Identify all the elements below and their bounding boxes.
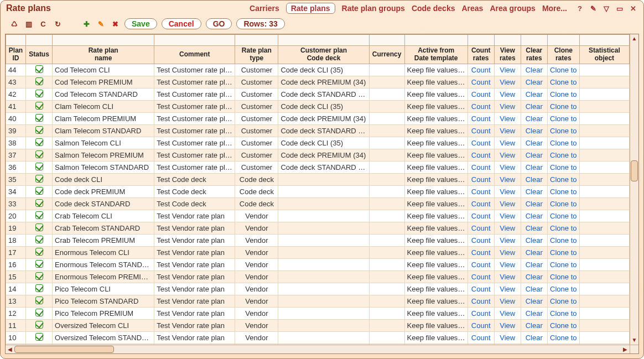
status-check-icon[interactable] bbox=[35, 309, 43, 316]
clone-link[interactable]: Clone to bbox=[550, 334, 577, 342]
col-header-status[interactable]: Status bbox=[26, 46, 53, 64]
view-link[interactable]: View bbox=[500, 273, 515, 281]
cell-status[interactable] bbox=[26, 210, 53, 222]
status-check-icon[interactable] bbox=[35, 175, 43, 183]
status-check-icon[interactable] bbox=[35, 272, 43, 280]
view-link[interactable]: View bbox=[500, 90, 515, 98]
table-row[interactable]: 33Code deck STANDARDTest Code deckCode d… bbox=[6, 197, 630, 210]
view-link[interactable]: View bbox=[500, 248, 515, 257]
clone-link[interactable]: Clone to bbox=[550, 321, 577, 330]
status-check-icon[interactable] bbox=[35, 248, 43, 256]
cell-status[interactable] bbox=[26, 173, 53, 185]
col-header-active[interactable]: Active fromDate template bbox=[404, 46, 468, 64]
table-row[interactable]: 20Crab Telecom CLITest Vendor rate planV… bbox=[6, 210, 630, 222]
table-row[interactable]: 39Clam Telecom STANDARDTest Customer rat… bbox=[6, 124, 630, 137]
count-link[interactable]: Count bbox=[471, 212, 491, 220]
count-link[interactable]: Count bbox=[471, 151, 491, 159]
cell-status[interactable] bbox=[26, 331, 53, 344]
status-check-icon[interactable] bbox=[35, 199, 43, 207]
view-link[interactable]: View bbox=[500, 321, 515, 330]
status-check-icon[interactable] bbox=[35, 138, 43, 146]
view-link[interactable]: View bbox=[500, 236, 515, 244]
refresh-icon[interactable]: C bbox=[38, 19, 48, 29]
scroll-down-icon[interactable]: ▼ bbox=[632, 336, 637, 345]
filter-active[interactable] bbox=[405, 35, 468, 45]
view-link[interactable]: View bbox=[500, 78, 515, 86]
status-check-icon[interactable] bbox=[35, 187, 43, 195]
add-icon[interactable]: ✚ bbox=[81, 19, 91, 29]
clone-link[interactable]: Clone to bbox=[550, 309, 577, 318]
clear-link[interactable]: Clear bbox=[526, 90, 543, 98]
status-check-icon[interactable] bbox=[35, 236, 43, 243]
filter-deck[interactable] bbox=[278, 35, 368, 45]
collapse-icon[interactable]: ▽ bbox=[601, 4, 611, 13]
filter-count[interactable] bbox=[468, 35, 494, 45]
table-row[interactable]: 34Code deck PREMIUMTest Code deckCode de… bbox=[6, 185, 630, 197]
table-row[interactable]: 41Clam Telecom CLITest Customer rate pla… bbox=[6, 100, 630, 112]
status-check-icon[interactable] bbox=[35, 77, 43, 85]
view-link[interactable]: View bbox=[500, 200, 515, 208]
count-link[interactable]: Count bbox=[471, 188, 491, 196]
status-check-icon[interactable] bbox=[35, 102, 43, 110]
clear-link[interactable]: Clear bbox=[526, 115, 543, 123]
count-link[interactable]: Count bbox=[471, 224, 491, 232]
clear-link[interactable]: Clear bbox=[526, 321, 543, 330]
table-row[interactable]: 15Enormous Telecom PREMIUMTest Vendor ra… bbox=[6, 270, 630, 283]
cell-status[interactable] bbox=[26, 222, 53, 234]
count-link[interactable]: Count bbox=[471, 261, 491, 269]
count-link[interactable]: Count bbox=[471, 175, 491, 184]
col-header-view[interactable]: Viewrates bbox=[494, 46, 521, 64]
status-check-icon[interactable] bbox=[35, 163, 43, 170]
clear-link[interactable]: Clear bbox=[526, 248, 543, 257]
count-link[interactable]: Count bbox=[471, 127, 491, 135]
filter-icon[interactable]: ♺ bbox=[9, 19, 19, 29]
clear-link[interactable]: Clear bbox=[526, 188, 543, 196]
col-header-clone[interactable]: Clonerates bbox=[547, 46, 579, 64]
clear-link[interactable]: Clear bbox=[526, 236, 543, 244]
horizontal-scrollbar[interactable]: ◀ ▶ bbox=[6, 345, 630, 353]
col-header-comment[interactable]: Comment bbox=[154, 46, 235, 64]
cell-status[interactable] bbox=[26, 270, 53, 283]
clear-link[interactable]: Clear bbox=[526, 139, 543, 147]
save-button[interactable]: Save bbox=[124, 18, 157, 29]
table-row[interactable]: 40Clam Telecom PREMIUMTest Customer rate… bbox=[6, 112, 630, 124]
cell-status[interactable] bbox=[26, 161, 53, 173]
table-row[interactable]: 43Cod Telecom PREMIUMTest Customer rate … bbox=[6, 76, 630, 88]
go-button[interactable]: GO bbox=[206, 18, 232, 29]
clone-link[interactable]: Clone to bbox=[550, 127, 577, 135]
cell-status[interactable] bbox=[26, 283, 53, 295]
col-header-id[interactable]: PlanID bbox=[6, 46, 26, 64]
cancel-button[interactable]: Cancel bbox=[162, 18, 201, 29]
view-link[interactable]: View bbox=[500, 297, 515, 305]
table-row[interactable]: 19Crab Telecom STANDARDTest Vendor rate … bbox=[6, 222, 630, 234]
filter-curr[interactable] bbox=[370, 35, 404, 45]
clear-link[interactable]: Clear bbox=[526, 175, 543, 184]
count-link[interactable]: Count bbox=[471, 236, 491, 244]
clear-link[interactable]: Clear bbox=[526, 127, 543, 135]
count-link[interactable]: Count bbox=[471, 273, 491, 281]
columns-icon[interactable]: ▥ bbox=[24, 19, 34, 29]
view-link[interactable]: View bbox=[500, 163, 515, 171]
view-link[interactable]: View bbox=[500, 102, 515, 111]
status-check-icon[interactable] bbox=[35, 223, 43, 231]
nav-rate-plan-groups[interactable]: Rate plan groups bbox=[342, 4, 405, 13]
clone-link[interactable]: Clone to bbox=[550, 188, 577, 196]
count-link[interactable]: Count bbox=[471, 115, 491, 123]
cell-status[interactable] bbox=[26, 197, 53, 210]
count-link[interactable]: Count bbox=[471, 139, 491, 147]
clone-link[interactable]: Clone to bbox=[550, 163, 577, 171]
clone-link[interactable]: Clone to bbox=[550, 297, 577, 305]
nav-rate-plans[interactable]: Rate plans bbox=[286, 3, 335, 14]
status-check-icon[interactable] bbox=[35, 65, 43, 73]
status-check-icon[interactable] bbox=[35, 126, 43, 134]
nav-area-groups[interactable]: Area groups bbox=[490, 4, 535, 13]
nav-carriers[interactable]: Carriers bbox=[250, 4, 279, 13]
clear-link[interactable]: Clear bbox=[526, 212, 543, 220]
filter-status[interactable] bbox=[26, 35, 52, 45]
count-link[interactable]: Count bbox=[471, 309, 491, 318]
nav-more-[interactable]: More... bbox=[542, 4, 567, 13]
col-header-stat[interactable]: Statisticalobject bbox=[579, 46, 629, 64]
cell-status[interactable] bbox=[26, 64, 53, 76]
table-row[interactable]: 10Oversized Telecom STANDARDTest Vendor … bbox=[6, 331, 630, 344]
col-header-curr[interactable]: Currency bbox=[369, 46, 404, 64]
